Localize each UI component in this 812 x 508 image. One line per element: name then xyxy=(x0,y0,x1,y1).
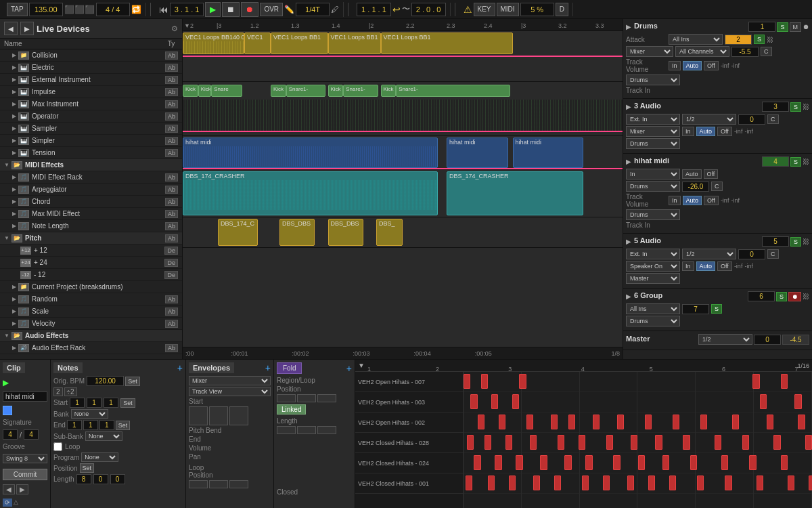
midi-note[interactable] xyxy=(512,394,519,409)
midi-note[interactable] xyxy=(505,435,512,450)
record-button[interactable]: ⏺ xyxy=(241,2,258,17)
midi-note[interactable] xyxy=(593,415,600,429)
clip[interactable]: Kick xyxy=(328,85,344,97)
midi-button[interactable]: MIDI xyxy=(497,3,519,16)
loop-add-button[interactable]: + xyxy=(346,363,352,374)
envelopes-add-button[interactable]: + xyxy=(265,362,271,373)
chord-item[interactable]: ▶ 🎵 Chord Ab xyxy=(0,196,182,208)
clip[interactable]: Kick xyxy=(381,85,397,97)
midi-note[interactable] xyxy=(749,455,756,470)
tap-button[interactable]: TAP xyxy=(7,3,28,16)
ovr-button[interactable]: OVR xyxy=(260,3,283,16)
list-item[interactable]: ▼ 📂 Pitch Ab xyxy=(0,232,182,245)
midi-note[interactable] xyxy=(715,435,721,450)
env-subtype-select[interactable]: Track View xyxy=(189,387,271,396)
loop-mode-icon[interactable]: 〜 xyxy=(402,3,410,15)
midi-note[interactable] xyxy=(788,475,794,490)
clip[interactable]: DBS_174_C xyxy=(218,219,258,246)
list-item[interactable]: ▶ 🎹 External Instrument Ab xyxy=(0,74,182,86)
notes-add-button[interactable]: + xyxy=(177,362,183,373)
orig-bpm-input[interactable] xyxy=(87,376,124,386)
arm-button[interactable]: ⏺ xyxy=(788,292,801,301)
midi-note[interactable] xyxy=(645,415,652,429)
solo-button[interactable]: S xyxy=(777,22,788,32)
auto-button[interactable]: Auto xyxy=(683,196,702,205)
position-display[interactable]: 3 . 1 . 1 xyxy=(170,3,204,16)
list-item[interactable]: ▶ 🎹 Impulse Ab xyxy=(0,86,182,98)
program-select[interactable]: None xyxy=(81,452,118,462)
midi-note[interactable] xyxy=(568,415,575,429)
off-button[interactable]: Off xyxy=(704,196,719,205)
midi-note[interactable] xyxy=(752,374,759,389)
list-item[interactable]: ▶ 🎵 Random Ab xyxy=(0,293,182,305)
piano-roll-content[interactable]: VEH2 Open Hihats - 007 VEH2 Open Hihats … xyxy=(355,372,812,508)
linked-button[interactable]: Linked xyxy=(277,404,306,415)
midi-note[interactable] xyxy=(613,455,620,470)
bpm-step-up[interactable]: ÷2 xyxy=(64,387,77,396)
start-input[interactable] xyxy=(70,398,85,408)
midi-note[interactable] xyxy=(627,475,634,490)
c-button[interactable]: C xyxy=(761,47,772,56)
midi-note[interactable] xyxy=(484,435,491,450)
hihat-midi-clip[interactable]: hihat midi xyxy=(183,137,438,168)
list-item[interactable]: +12 + 12 De xyxy=(0,245,182,257)
mixer-select[interactable]: Mixer xyxy=(626,126,680,137)
start-input2[interactable] xyxy=(87,398,102,408)
midi-note[interactable] xyxy=(655,435,662,450)
send-select[interactable]: Drums xyxy=(626,75,680,85)
key-button[interactable]: KEY xyxy=(474,3,495,16)
midi-note[interactable] xyxy=(700,415,707,429)
list-item[interactable]: ▶ 📁 Current Project (breaksdrums) xyxy=(0,281,182,293)
drums-select[interactable]: Drums xyxy=(626,209,680,220)
midi-note[interactable] xyxy=(773,435,780,450)
midi-note[interactable] xyxy=(554,475,561,490)
next-clip-button[interactable]: ▶ xyxy=(16,484,28,494)
list-item[interactable]: ▶ 🎹 Tension Ab xyxy=(0,147,182,159)
list-item[interactable]: ▶ 🎹 Electric Ab xyxy=(0,62,182,74)
midi-note[interactable] xyxy=(617,415,624,429)
c-button[interactable]: C xyxy=(767,249,779,259)
record-arm-icon[interactable]: ⏺ xyxy=(803,23,809,30)
midi-note[interactable] xyxy=(582,475,589,490)
loop-checkbox[interactable] xyxy=(53,442,62,451)
list-item[interactable]: ▶ 🎵 Scale Ab xyxy=(0,305,182,318)
s-button[interactable]: S xyxy=(711,304,722,314)
midi-note[interactable] xyxy=(798,415,805,429)
clip[interactable]: VEC1 Loops BB140 04 xyxy=(183,33,244,54)
attack-mode-select[interactable]: All Ins xyxy=(669,34,723,45)
track-expand-icon[interactable]: ▶ xyxy=(626,103,631,110)
solo-button[interactable]: S xyxy=(790,102,801,112)
track-expand-icon[interactable]: ▶ xyxy=(626,238,631,245)
track-content-hihat[interactable]: hihat midi hihat midi hihat midi xyxy=(183,136,623,169)
sig-num-input[interactable] xyxy=(3,429,18,440)
bpm-set-btn[interactable]: Set xyxy=(125,377,140,386)
send-select[interactable]: Drums xyxy=(626,316,680,326)
midi-note[interactable] xyxy=(742,435,749,450)
s-button[interactable]: S xyxy=(754,35,765,44)
loop-toggle-icon[interactable]: ↩ xyxy=(392,4,401,15)
in-button[interactable]: In xyxy=(682,261,694,271)
clip[interactable]: VEC1 Loops BB1 xyxy=(271,33,328,54)
clip[interactable]: VEC1 Loops BB1 xyxy=(328,33,381,54)
end-input3[interactable] xyxy=(99,420,114,430)
panel-settings-icon[interactable]: ⚙ xyxy=(171,24,178,33)
midi-note[interactable] xyxy=(760,394,767,409)
midi-note[interactable] xyxy=(478,415,484,429)
clip[interactable]: Snare1- xyxy=(396,85,510,97)
track-content-drums[interactable]: VEC1 Loops BB140 04 VEC1 VEC1 Loops BB1 … xyxy=(183,31,623,81)
list-item[interactable]: ▶ 🎵 Max MIDI Effect Ab xyxy=(0,208,182,220)
list-item[interactable]: +24 + 24 De xyxy=(0,257,182,269)
midi-note[interactable] xyxy=(540,455,547,470)
auto-button[interactable]: Auto xyxy=(696,261,716,271)
track-content-group[interactable]: DBS_174_C DBS_DBS DBS_DBS DBS_ xyxy=(183,217,623,247)
midi-note[interactable] xyxy=(805,435,812,450)
c-button[interactable]: C xyxy=(767,114,779,124)
midi-note[interactable] xyxy=(564,455,571,470)
draw-icon[interactable]: ✏️ xyxy=(284,5,294,14)
midi-note[interactable] xyxy=(499,415,505,429)
position-set-btn[interactable]: Set xyxy=(80,463,95,473)
midi-note[interactable] xyxy=(585,455,592,470)
track-content-audio[interactable]: Kick Kick Snare Kick Snare1- xyxy=(183,82,623,135)
list-item[interactable]: ▶ 🔊 Audio Effect Rack Ab xyxy=(0,342,182,354)
spk-select[interactable]: Speaker On xyxy=(626,261,680,272)
